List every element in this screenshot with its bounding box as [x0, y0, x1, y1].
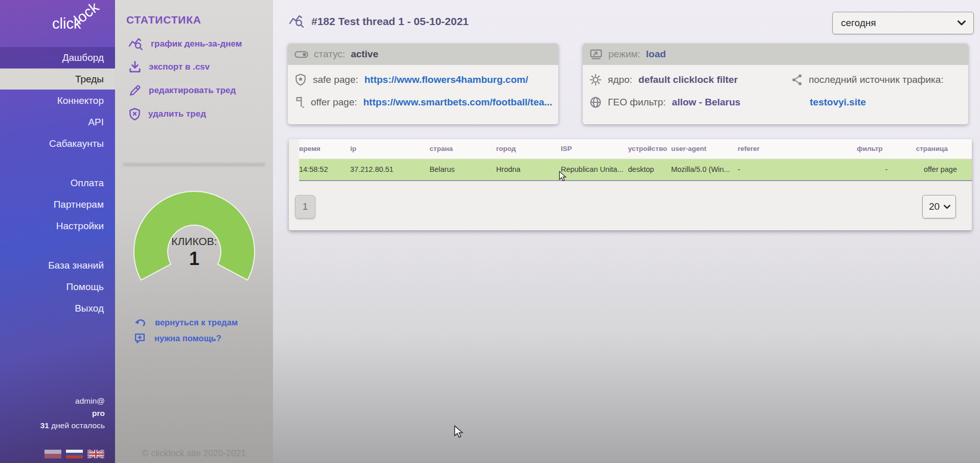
- action-day-by-day-chart[interactable]: график день-за-днем: [128, 35, 242, 53]
- action-label: редактировать тред: [149, 85, 236, 96]
- sidebar: clicklock Дашборд Треды Коннектор API Са…: [0, 0, 115, 463]
- page-size-select[interactable]: 20: [922, 195, 956, 218]
- cell-device: desktop: [628, 159, 671, 181]
- col-ip: ip: [350, 139, 429, 159]
- action-edit-thread[interactable]: редактировать тред: [128, 82, 236, 99]
- back-icon: [134, 318, 146, 327]
- col-user-agent: user-agent: [671, 139, 738, 159]
- status-value: active: [351, 49, 378, 60]
- col-time: время: [299, 139, 350, 159]
- col-referer: referer: [738, 139, 857, 159]
- back-to-threads-link[interactable]: вернуться к тредам: [134, 315, 238, 330]
- safe-page-link[interactable]: https://www.flowers4hamburg.com/: [364, 74, 528, 85]
- cell-referer: -: [738, 159, 857, 181]
- offer-page-link[interactable]: https://www.smartbets.com/football/tea..…: [363, 97, 553, 108]
- safe-page-icon: [294, 73, 307, 86]
- period-select[interactable]: сегодня: [832, 12, 974, 34]
- clicks-gauge: КЛИКОВ: 1: [130, 190, 258, 288]
- offer-page-icon: [294, 96, 305, 109]
- language-switcher: [44, 450, 104, 458]
- col-filter: фильтр: [857, 139, 916, 159]
- sidebar-item-knowledge-base[interactable]: База знаний: [0, 255, 115, 276]
- gauge-texts: КЛИКОВ: 1: [130, 235, 258, 270]
- status-toggle-icon: [294, 50, 308, 59]
- sidebar-item-logout[interactable]: Выход: [0, 298, 115, 319]
- sidebar-item-threads-selected[interactable]: Треды: [0, 69, 115, 90]
- safe-page-label: safe page:: [313, 74, 358, 85]
- sidebar-item-subaccounts[interactable]: Сабакаунты: [0, 133, 115, 154]
- traffic-source-icon: [791, 74, 803, 86]
- col-device: устройство: [628, 139, 671, 159]
- cell-country: Belarus: [429, 159, 496, 181]
- link-label: вернуться к тредам: [155, 318, 238, 327]
- export-csv-icon: [128, 60, 142, 74]
- traffic-source-link-row: testovyi.site: [791, 95, 962, 110]
- link-label: нужна помощь?: [154, 334, 221, 343]
- status-label: статус:: [314, 49, 345, 60]
- sidebar-item-payment[interactable]: Оплата: [0, 172, 115, 193]
- chart-search-icon: [289, 14, 305, 28]
- page-size-value: 20: [929, 201, 940, 212]
- sidebar-item-help[interactable]: Помощь: [0, 276, 115, 297]
- col-page: страница: [916, 139, 972, 159]
- table-header-row: время ip страна город ISP устройство use…: [299, 139, 972, 159]
- offer-page-row: offer page: https://www.smartbets.com/fo…: [294, 95, 552, 110]
- geo-filter-row: ГЕО фильтр: allow - Belarus: [589, 95, 791, 110]
- polish-flag-icon[interactable]: [44, 450, 61, 458]
- english-flag-icon[interactable]: [87, 450, 104, 458]
- clicklock-logo: clicklock: [52, 15, 107, 32]
- status-panel-body: safe page: https://www.flowers4hamburg.c…: [288, 65, 558, 110]
- clicklock-app: clicklock Дашборд Треды Коннектор API Са…: [0, 0, 980, 463]
- traffic-source-row: последний источник трафика:: [791, 72, 962, 87]
- period-select-value: сегодня: [841, 17, 876, 29]
- mode-label: режим:: [608, 49, 641, 60]
- divider: [123, 163, 265, 164]
- copyright-footer: © clicklock.site 2020-2021: [115, 448, 273, 459]
- gauge-label: КЛИКОВ:: [130, 235, 258, 248]
- action-delete-thread[interactable]: удалить тред: [128, 105, 206, 123]
- clicks-table: время ip страна город ISP устройство use…: [299, 139, 972, 181]
- stats-sidebar: СТАТИСТИКА график день-за-днем экспорт в…: [115, 0, 273, 463]
- action-label: график день-за-днем: [151, 39, 242, 49]
- core-label: ядро:: [608, 74, 632, 85]
- mode-value: load: [646, 49, 666, 60]
- sidebar-item-api[interactable]: API: [0, 112, 115, 133]
- stats-title: СТАТИСТИКА: [126, 14, 201, 26]
- action-export-csv[interactable]: экспорт в .csv: [128, 58, 210, 76]
- help-icon: [134, 333, 146, 344]
- cell-filter: -: [857, 159, 916, 181]
- offer-page-label: offer page:: [311, 97, 357, 108]
- table-row[interactable]: 14:58:52 37.212.80.51 Belarus Hrodna Rep…: [299, 159, 972, 181]
- mode-right-column: последний источник трафика: testovyi.sit…: [791, 72, 962, 117]
- action-label: удалить тред: [148, 109, 206, 119]
- sidebar-item-partners[interactable]: Партнерам: [0, 194, 115, 215]
- col-country: страна: [429, 139, 496, 159]
- gauge-value: 1: [130, 248, 258, 270]
- action-label: экспорт в .csv: [149, 62, 210, 72]
- status-panel-header: статус: active: [288, 43, 558, 65]
- geo-icon: [589, 96, 602, 108]
- delete-thread-icon: [128, 107, 141, 121]
- chart-search-icon: [128, 37, 144, 51]
- cell-page: offer page: [916, 159, 972, 181]
- russian-flag-icon[interactable]: [66, 450, 83, 458]
- mode-panel: режим: load ядро: [583, 43, 968, 124]
- cell-ip: 37.212.80.51: [350, 159, 429, 181]
- need-help-link[interactable]: нужна помощь?: [134, 330, 221, 346]
- account-days-left: 31 дней осталось: [40, 420, 105, 432]
- geo-filter-value: allow - Belarus: [672, 97, 740, 108]
- geo-filter-label: ГЕО фильтр:: [608, 97, 666, 108]
- traffic-source-link[interactable]: testovyi.site: [810, 97, 866, 108]
- account-plan: pro: [40, 407, 105, 420]
- page-1-button[interactable]: 1: [295, 195, 315, 218]
- sidebar-item-dashboard[interactable]: Дашборд: [0, 47, 115, 68]
- account-email: admin@: [40, 395, 105, 407]
- safe-page-row: safe page: https://www.flowers4hamburg.c…: [294, 72, 552, 87]
- col-isp: ISP: [561, 139, 628, 159]
- sidebar-item-settings[interactable]: Настройки: [0, 215, 115, 236]
- sidebar-item-connector[interactable]: Коннектор: [0, 90, 115, 111]
- status-panel: статус: active safe page: https://www.fl…: [288, 43, 558, 124]
- mode-left-column: ядро: default clicklock filter ГЕО фильт…: [589, 72, 791, 117]
- clicks-table-panel: время ip страна город ISP устройство use…: [289, 139, 972, 230]
- edit-thread-icon: [128, 84, 142, 97]
